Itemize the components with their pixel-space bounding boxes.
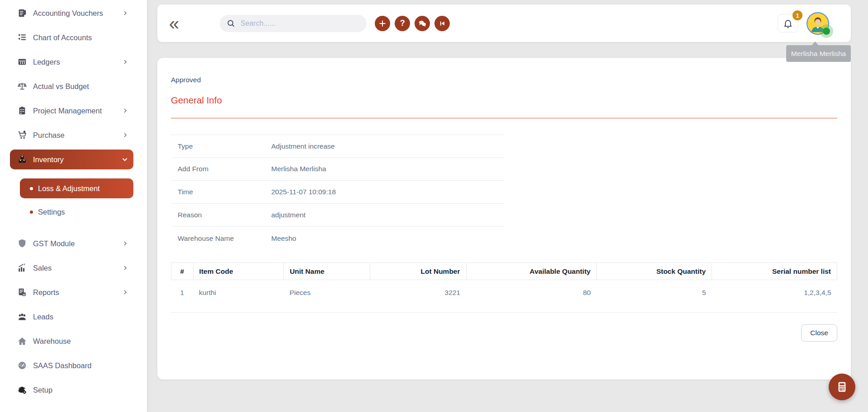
sidebar-item-label: Inventory bbox=[33, 155, 64, 164]
sidebar-item-accounting-vouchers[interactable]: Accounting Vouchers bbox=[10, 3, 133, 23]
search-box[interactable] bbox=[220, 15, 367, 32]
chat-button[interactable] bbox=[415, 16, 430, 31]
col-header-item-code: Item Code bbox=[193, 263, 283, 280]
sidebar-item-label: Accounting Vouchers bbox=[33, 9, 103, 18]
notification-badge: 1 bbox=[793, 10, 802, 20]
info-label: Warehouse Name bbox=[178, 234, 271, 243]
info-value: Adjustment increase bbox=[271, 142, 335, 150]
sidebar-item-setup[interactable]: Setup bbox=[10, 380, 133, 400]
cell-stock-quantity: 5 bbox=[597, 280, 712, 300]
search-input[interactable] bbox=[241, 19, 360, 28]
info-row-time: Time 2025-11-07 10:09:18 bbox=[171, 181, 504, 204]
info-value: Merlisha Merlisha bbox=[271, 165, 326, 173]
cell-item-code: kurthi bbox=[193, 280, 283, 300]
items-table: # Item Code Unit Name Lot Number Availab… bbox=[171, 262, 837, 300]
skip-back-button[interactable] bbox=[434, 16, 450, 31]
user-menu[interactable] bbox=[807, 12, 829, 35]
sidebar-item-gst-module[interactable]: GST Module bbox=[10, 234, 133, 253]
sidebar-item-project-management[interactable]: Project Management bbox=[10, 101, 133, 121]
submenu-item-label: Loss & Adjustment bbox=[38, 184, 100, 193]
sidebar-item-inventory[interactable]: Inventory bbox=[10, 150, 133, 169]
money-gear-icon bbox=[17, 384, 28, 395]
info-row-add-from: Add From Merlisha Merlisha bbox=[171, 158, 504, 181]
shield-icon bbox=[17, 238, 28, 249]
balance-scale-icon bbox=[17, 81, 28, 92]
reports-icon bbox=[17, 287, 28, 298]
info-table: Type Adjustment increase Add From Merlis… bbox=[171, 135, 504, 250]
sidebar-item-label: Sales bbox=[33, 264, 52, 272]
cell-unit-name: Pieces bbox=[283, 280, 370, 300]
notifications-button[interactable]: 1 bbox=[778, 14, 798, 33]
sales-chart-icon bbox=[17, 262, 28, 273]
col-header-available-quantity: Available Quantity bbox=[466, 263, 597, 280]
sidebar-item-label: Reports bbox=[33, 288, 59, 297]
sidebar-item-label: GST Module bbox=[33, 239, 75, 248]
sidebar-item-saas-dashboard[interactable]: SAAS Dashboard bbox=[10, 356, 133, 375]
sidebar-item-reports[interactable]: Reports bbox=[10, 282, 133, 302]
bell-icon bbox=[783, 18, 793, 29]
topbar: « ? 1 bbox=[157, 5, 851, 42]
inventory-submenu: Loss & Adjustment Settings bbox=[0, 178, 147, 222]
plus-icon bbox=[378, 19, 387, 28]
sidebar-item-label: Chart of Accounts bbox=[33, 33, 92, 42]
sidebar-item-label: Setup bbox=[33, 386, 52, 394]
close-button[interactable]: Close bbox=[801, 324, 837, 342]
sidebar-item-ledgers[interactable]: Ledgers bbox=[10, 52, 133, 72]
ledger-card-icon bbox=[17, 56, 28, 67]
help-button[interactable]: ? bbox=[395, 16, 410, 31]
online-status-dot bbox=[823, 28, 830, 35]
info-value: Meesho bbox=[271, 234, 296, 243]
sidebar-item-purchase[interactable]: Purchase bbox=[10, 125, 133, 145]
section-title: General Info bbox=[171, 95, 837, 118]
status-text: Approved bbox=[171, 76, 837, 84]
chevron-right-icon bbox=[123, 108, 128, 113]
detail-panel: Approved General Info Type Adjustment in… bbox=[157, 58, 851, 379]
divider bbox=[171, 312, 837, 313]
cell-serial-number-list: 1,2,3,4,5 bbox=[712, 280, 837, 300]
chevron-right-icon bbox=[123, 265, 128, 271]
chevron-right-icon bbox=[123, 10, 128, 16]
submenu-item-settings[interactable]: Settings bbox=[20, 202, 133, 222]
sidebar-item-leads[interactable]: Leads bbox=[10, 307, 133, 327]
sidebar-collapse-button[interactable]: « bbox=[169, 15, 179, 32]
bullet-icon bbox=[30, 211, 33, 214]
sidebar: Accounting Vouchers Chart of Accounts Le… bbox=[0, 0, 147, 412]
sidebar-item-actual-vs-budget[interactable]: Actual vs Budget bbox=[10, 76, 133, 96]
add-button[interactable] bbox=[375, 16, 390, 31]
chevron-right-icon bbox=[123, 290, 128, 295]
sidebar-item-label: Leads bbox=[33, 313, 53, 321]
clipboard-checklist-icon bbox=[17, 105, 28, 116]
sidebar-item-label: Ledgers bbox=[33, 58, 60, 66]
sidebar-item-chart-of-accounts[interactable]: Chart of Accounts bbox=[10, 28, 133, 47]
info-label: Reason bbox=[178, 211, 271, 219]
calculator-icon bbox=[836, 381, 848, 393]
cell-lot-number: 3221 bbox=[370, 280, 466, 300]
info-value: adjustment bbox=[271, 211, 306, 219]
sidebar-item-warehouse[interactable]: Warehouse bbox=[10, 331, 133, 351]
chevron-right-icon bbox=[123, 59, 128, 65]
info-row-warehouse-name: Warehouse Name Meesho bbox=[171, 227, 504, 250]
info-label: Time bbox=[178, 188, 271, 196]
user-tooltip-text: Merlisha Merlisha bbox=[791, 50, 846, 58]
search-icon bbox=[226, 19, 236, 28]
sidebar-item-label: Warehouse bbox=[33, 337, 71, 346]
vouchers-icon bbox=[17, 8, 28, 19]
info-row-type: Type Adjustment increase bbox=[171, 135, 504, 158]
sidebar-item-label: Purchase bbox=[33, 131, 65, 140]
sidebar-item-label: Project Management bbox=[33, 107, 102, 115]
col-header-serial-number-list: Serial number list bbox=[712, 263, 837, 280]
submenu-item-loss-adjustment[interactable]: Loss & Adjustment bbox=[20, 178, 133, 198]
sidebar-item-label: Actual vs Budget bbox=[33, 82, 89, 91]
chevron-right-icon bbox=[123, 241, 128, 246]
calculator-fab[interactable] bbox=[829, 374, 855, 400]
numbered-list-icon bbox=[17, 32, 28, 43]
cell-index: 1 bbox=[171, 280, 193, 300]
gauge-icon bbox=[17, 360, 28, 371]
sidebar-item-label: SAAS Dashboard bbox=[33, 361, 91, 370]
home-icon bbox=[17, 336, 28, 346]
user-tooltip: Merlisha Merlisha bbox=[786, 45, 851, 62]
question-mark-icon: ? bbox=[400, 19, 405, 28]
info-label: Type bbox=[178, 142, 271, 150]
sidebar-item-sales[interactable]: Sales bbox=[10, 258, 133, 278]
info-value: 2025-11-07 10:09:18 bbox=[271, 188, 336, 196]
